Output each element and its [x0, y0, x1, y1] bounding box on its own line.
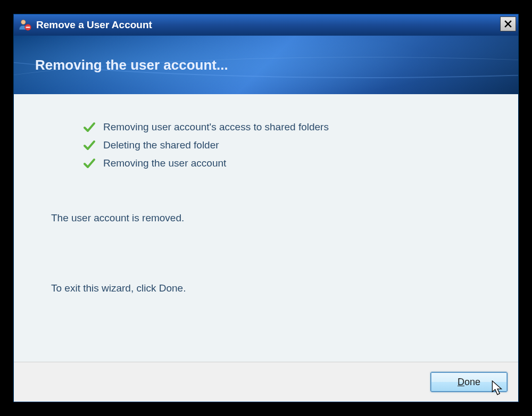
window-title: Remove a User Account — [36, 19, 152, 31]
task-item: Deleting the shared folder — [83, 139, 481, 152]
close-button[interactable] — [500, 16, 516, 31]
user-remove-icon — [17, 18, 32, 32]
exit-hint: To exit this wizard, click Done. — [51, 282, 481, 294]
close-icon — [504, 20, 512, 28]
wizard-window: Remove a User Account Removing the user … — [13, 14, 519, 402]
content-area: Removing user account's access to shared… — [14, 94, 518, 362]
checkmark-icon — [83, 121, 96, 134]
titlebar: Remove a User Account — [14, 14, 518, 36]
checkmark-icon — [83, 157, 96, 170]
checkmark-icon — [83, 139, 96, 152]
banner: Removing the user account... — [14, 36, 518, 94]
task-label: Removing the user account — [103, 157, 226, 169]
task-list: Removing user account's access to shared… — [83, 121, 481, 170]
task-label: Removing user account's access to shared… — [103, 121, 329, 133]
done-button-label-rest: one — [464, 377, 480, 387]
svg-point-0 — [21, 20, 26, 24]
task-item: Removing user account's access to shared… — [83, 121, 481, 134]
cursor-arrow-icon — [492, 380, 503, 396]
banner-title: Removing the user account... — [35, 57, 228, 73]
svg-rect-2 — [26, 27, 30, 28]
task-item: Removing the user account — [83, 157, 481, 170]
footer: Done — [14, 362, 518, 402]
task-label: Deleting the shared folder — [103, 139, 219, 151]
done-button-accelerator: D — [458, 377, 464, 387]
status-message: The user account is removed. — [51, 212, 481, 224]
